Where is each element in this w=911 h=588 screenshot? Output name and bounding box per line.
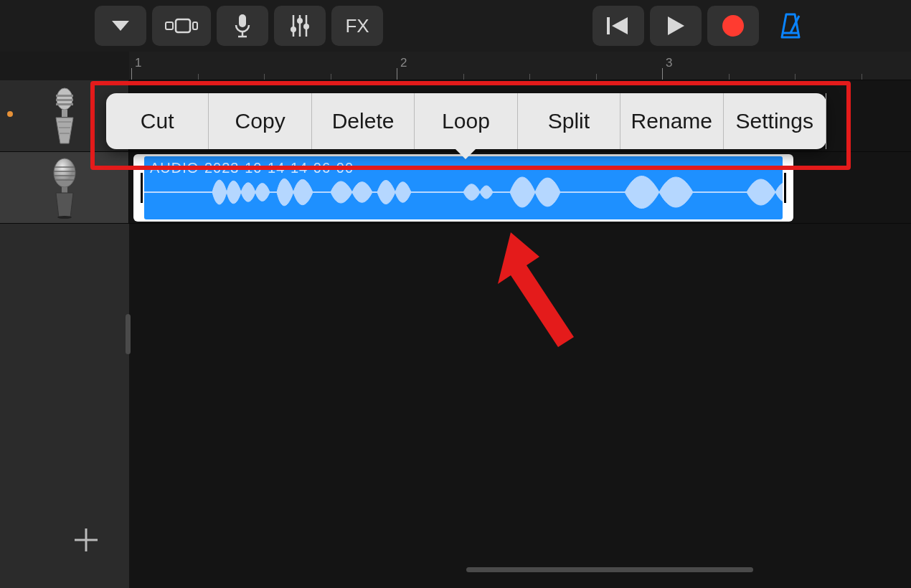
- play-icon: [666, 15, 686, 37]
- ruler-tick: [198, 74, 199, 80]
- sliders-icon: [289, 14, 311, 38]
- svg-point-27: [54, 158, 75, 187]
- track-status-dot: [7, 111, 13, 117]
- metronome-icon: [776, 11, 805, 40]
- ruler-tick: [264, 74, 265, 80]
- context-loop[interactable]: Loop: [415, 93, 517, 149]
- context-menu-pointer: [454, 148, 477, 159]
- svg-rect-32: [62, 187, 67, 193]
- ruler-mark-3: 3: [666, 56, 672, 70]
- svg-marker-15: [668, 16, 684, 35]
- svg-rect-22: [56, 103, 73, 105]
- ruler-tick: [463, 74, 464, 80]
- ruler-mark-2: 2: [400, 56, 407, 70]
- ruler-tick: [795, 74, 796, 80]
- track-settings-dropdown[interactable]: [95, 6, 146, 46]
- ruler-tick: [331, 74, 331, 80]
- svg-point-33: [57, 216, 72, 219]
- context-delete[interactable]: Delete: [312, 93, 415, 149]
- svg-point-10: [297, 18, 303, 24]
- clip-handle-left[interactable]: [141, 173, 143, 203]
- rewind-button[interactable]: [593, 6, 644, 46]
- context-split[interactable]: Split: [518, 93, 620, 149]
- svg-rect-1: [166, 22, 173, 29]
- add-track-button[interactable]: [68, 522, 104, 558]
- svg-point-8: [291, 27, 296, 32]
- horizontal-scrollbar[interactable]: [466, 567, 753, 572]
- fx-label: FX: [345, 15, 369, 37]
- record-icon: [721, 14, 745, 38]
- ruler-tick: [596, 74, 597, 80]
- svg-rect-20: [56, 95, 73, 97]
- context-rename[interactable]: Rename: [620, 93, 723, 149]
- record-button[interactable]: [707, 6, 759, 46]
- fx-button[interactable]: FX: [331, 6, 383, 46]
- ruler-mark-1: 1: [135, 56, 141, 70]
- microphone-track-icon: [49, 87, 80, 145]
- svg-rect-21: [56, 99, 73, 101]
- ruler-tick: [131, 68, 132, 80]
- svg-rect-23: [62, 110, 67, 117]
- context-settings[interactable]: Settings: [724, 93, 826, 149]
- toolbar-left-group: FX: [95, 6, 383, 46]
- context-menu: Cut Copy Delete Loop Split Rename Settin…: [106, 93, 826, 149]
- chevron-down-icon: [110, 19, 131, 32]
- annotation-arrow-icon: [488, 232, 588, 347]
- context-cut[interactable]: Cut: [106, 93, 209, 149]
- regions-button[interactable]: [152, 6, 211, 46]
- svg-rect-13: [607, 17, 610, 34]
- microphone-track-icon: [47, 157, 82, 219]
- svg-rect-3: [193, 22, 197, 29]
- microphone-icon: [235, 14, 250, 38]
- ruler-tick: [729, 74, 730, 80]
- ruler-tick: [862, 74, 862, 80]
- svg-marker-0: [112, 21, 129, 31]
- ruler-tick: [662, 68, 663, 80]
- svg-point-12: [303, 24, 309, 29]
- context-copy[interactable]: Copy: [209, 93, 311, 149]
- toolbar: FX: [0, 0, 911, 52]
- timeline-ruler[interactable]: 1 2 3: [129, 52, 911, 80]
- mixer-button[interactable]: [274, 6, 326, 46]
- clip-handle-right[interactable]: [784, 173, 786, 203]
- vertical-scrollbar[interactable]: [126, 314, 131, 354]
- microphone-button[interactable]: [217, 6, 268, 46]
- ruler-tick: [397, 68, 397, 80]
- svg-marker-14: [612, 17, 628, 34]
- metronome-button[interactable]: [765, 6, 816, 46]
- svg-point-16: [722, 15, 744, 37]
- regions-icon: [165, 16, 198, 35]
- sidebar-fill: [0, 224, 129, 588]
- rewind-icon: [606, 16, 631, 36]
- play-button[interactable]: [650, 6, 702, 46]
- svg-rect-2: [176, 19, 190, 32]
- ruler-tick: [529, 74, 530, 80]
- toolbar-right-group: [593, 6, 816, 46]
- svg-rect-4: [239, 14, 246, 27]
- svg-marker-35: [498, 232, 574, 347]
- plus-icon: [72, 526, 100, 554]
